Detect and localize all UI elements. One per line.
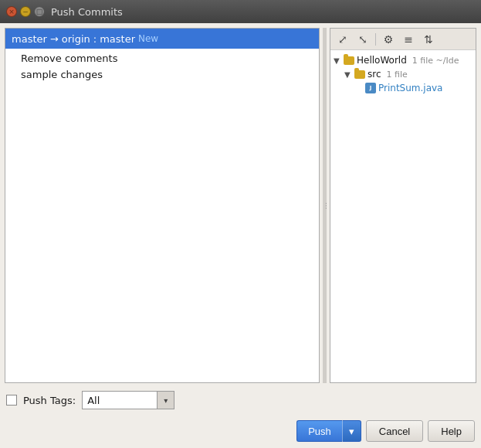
branch-name: master <box>12 33 47 45</box>
push-tags-select[interactable]: All ▾ <box>82 391 174 409</box>
maximize-button[interactable]: □ <box>34 6 45 17</box>
sort-icon[interactable]: ≡ <box>401 32 416 47</box>
expand-arrow-icon: ▼ <box>334 56 341 65</box>
remote-branch-name: master <box>100 33 135 45</box>
tree-node-src[interactable]: ▼ src 1 file <box>330 67 476 81</box>
collapse-all-icon[interactable]: ⤡ <box>355 32 371 47</box>
files-panel: ⤢ ⤡ ⚙ ≡ ⇅ ▼ HelloWorld 1 file ~/Ide ▼ <box>330 28 476 383</box>
file-label: PrintSum.java <box>378 83 442 93</box>
window-controls[interactable]: × − □ <box>6 6 45 17</box>
dialog-body: master → origin : master New Remove comm… <box>0 23 481 448</box>
list-item[interactable]: sample changes <box>5 66 319 83</box>
remote-name: origin <box>62 33 90 45</box>
action-buttons: Push ▾ Cancel Help <box>5 417 476 443</box>
help-button[interactable]: Help <box>428 420 475 442</box>
folder-icon <box>344 56 354 65</box>
push-button-group: Push ▾ <box>296 420 361 442</box>
java-file-icon: J <box>365 83 376 93</box>
tree-node-helloworld[interactable]: ▼ HelloWorld 1 file ~/Ide <box>330 53 476 67</box>
files-toolbar: ⤢ ⤡ ⚙ ≡ ⇅ <box>330 29 476 50</box>
cancel-button[interactable]: Cancel <box>366 420 423 442</box>
toolbar-separator <box>375 33 376 46</box>
title-bar: × − □ Push Commits <box>0 0 481 23</box>
commits-panel: master → origin : master New Remove comm… <box>5 28 320 383</box>
folder-meta: 1 file <box>387 70 408 80</box>
branch-separator: : <box>93 33 97 45</box>
bottom-area: Push Tags: All ▾ Push ▾ Cancel Help <box>5 388 476 443</box>
push-dropdown-button[interactable]: ▾ <box>342 420 361 442</box>
list-item[interactable]: Remove comments <box>5 50 319 66</box>
folder-icon <box>354 70 365 79</box>
window-title: Push Commits <box>51 6 123 18</box>
commits-list[interactable]: Remove comments sample changes <box>5 49 319 382</box>
select-value: All <box>83 395 157 406</box>
branch-arrow-icon: → <box>50 33 59 45</box>
panel-splitter[interactable]: · · · <box>323 28 327 383</box>
folder-meta: 1 file ~/Ide <box>412 56 459 66</box>
content-row: master → origin : master New Remove comm… <box>5 28 476 383</box>
commit-header[interactable]: master → origin : master New <box>5 29 319 49</box>
splitter-handle: · · · <box>322 202 328 209</box>
push-tags-row: Push Tags: All ▾ <box>5 388 476 412</box>
folder-label: HelloWorld <box>357 55 407 66</box>
close-button[interactable]: × <box>6 6 17 17</box>
new-badge: New <box>138 33 158 44</box>
folder-label: src <box>368 69 381 80</box>
push-button[interactable]: Push <box>296 420 342 442</box>
settings-icon[interactable]: ⚙ <box>381 32 396 47</box>
files-tree[interactable]: ▼ HelloWorld 1 file ~/Ide ▼ src 1 file ▶… <box>330 50 476 382</box>
expand-all-icon[interactable]: ⤢ <box>335 32 351 47</box>
minimize-button[interactable]: − <box>20 6 31 17</box>
push-tags-checkbox[interactable] <box>6 395 17 406</box>
tree-node-printsum[interactable]: ▶ J PrintSum.java <box>330 81 476 95</box>
select-dropdown-arrow-icon[interactable]: ▾ <box>157 392 174 409</box>
push-tags-label: Push Tags: <box>23 395 76 406</box>
expand-arrow-icon: ▼ <box>344 70 352 79</box>
filter-icon[interactable]: ⇅ <box>421 32 436 47</box>
